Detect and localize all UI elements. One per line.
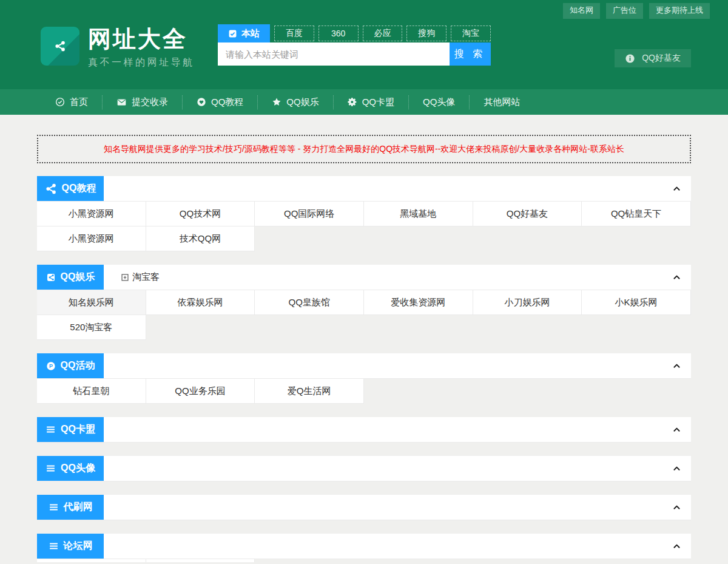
section-title: QQ娱乐	[61, 271, 95, 284]
collapse-button[interactable]	[672, 353, 681, 378]
circle-p-icon: P	[46, 361, 56, 371]
collapse-button[interactable]	[672, 265, 681, 290]
site-link[interactable]: QQ业务乐园	[146, 379, 255, 404]
share-icon	[54, 40, 66, 52]
site-link[interactable]: QQ好基友	[473, 202, 582, 226]
site-link[interactable]: QQ钻皇天下	[582, 202, 691, 226]
site-link[interactable]: 小刀娱乐网	[473, 290, 582, 315]
qq-friend-button[interactable]: QQ好基友	[615, 49, 691, 67]
nav-item-label: QQ头像	[423, 97, 455, 108]
nav-item-submit[interactable]: 提交收录	[102, 95, 182, 109]
search-tab-淘宝[interactable]: 淘宝	[451, 25, 491, 41]
section-header: PQQ活动	[37, 353, 691, 379]
notice-text: 知名导航网提供更多的学习技术/技巧/源码教程等等 - 努力打造全网最好的QQ技术…	[104, 144, 624, 154]
menu-icon	[49, 502, 59, 512]
topbar-link[interactable]: 广告位	[606, 3, 643, 19]
search-tab-本站[interactable]: 本站	[218, 24, 270, 42]
search-tab-必应[interactable]: 必应	[363, 25, 403, 41]
section-header: 代刷网	[37, 495, 691, 520]
nav-item-label: QQ教程	[211, 97, 243, 108]
svg-text:P: P	[49, 363, 53, 369]
site-link[interactable]	[146, 559, 255, 562]
sections-list: QQ教程小黑资源网QQ技术网QQ国际网络黑域基地QQ好基友QQ钻皇天下小黑资源网…	[37, 176, 691, 562]
site-link[interactable]: 小黑资源网	[37, 226, 146, 251]
site-link[interactable]: QQ国际网络	[255, 202, 364, 226]
section-tab-qq-avatar[interactable]: QQ头像	[37, 456, 104, 481]
section-tab-daishua[interactable]: 代刷网	[37, 495, 104, 520]
topbar-link[interactable]: 知名网	[563, 3, 600, 19]
site-link[interactable]: QQ技术网	[146, 202, 255, 226]
topbar-link[interactable]: 更多期待上线	[649, 3, 710, 19]
collapse-button[interactable]	[672, 534, 681, 559]
nav-item-other-sites[interactable]: 其他网站	[469, 95, 534, 109]
navbar: 首页提交收录QQ教程QQ娱乐QQ卡盟QQ头像其他网站	[0, 89, 728, 115]
nav-item-qq-fun[interactable]: QQ娱乐	[257, 95, 332, 109]
nav-item-qq-kamen[interactable]: QQ卡盟	[333, 95, 408, 109]
section-body: 小黑资源网QQ技术网QQ国际网络黑域基地QQ好基友QQ钻皇天下小黑资源网技术QQ…	[37, 202, 691, 251]
search-tab-搜狗[interactable]: 搜狗	[406, 25, 447, 41]
chevron-up-icon	[672, 425, 681, 434]
section-tab-forum[interactable]: 论坛网	[37, 534, 104, 559]
plus-square-icon	[121, 273, 129, 282]
nav-item-qq-avatar[interactable]: QQ头像	[408, 95, 469, 109]
search-input[interactable]	[218, 42, 450, 66]
site-link[interactable]	[37, 559, 146, 562]
site-link[interactable]: 520淘宝客	[37, 315, 146, 340]
section-qq-tutorial: QQ教程小黑资源网QQ技术网QQ国际网络黑域基地QQ好基友QQ钻皇天下小黑资源网…	[37, 176, 691, 251]
nav-item-home[interactable]: 首页	[37, 95, 102, 109]
section-header: QQ教程	[37, 176, 691, 202]
section-tab-qq-activity[interactable]: PQQ活动	[37, 353, 104, 378]
search-tab-百度[interactable]: 百度	[274, 25, 314, 41]
site-link[interactable]: 小黑资源网	[37, 202, 146, 226]
nav-item-qq-tutorial[interactable]: QQ教程	[182, 95, 257, 109]
section-header: QQ娱乐淘宝客	[37, 265, 691, 290]
section-forum: 论坛网	[37, 534, 691, 562]
search-tab-label: 百度	[286, 28, 303, 39]
site-link[interactable]: 黑域基地	[364, 202, 473, 226]
search-tab-label: 本站	[241, 28, 260, 39]
partial-row	[37, 559, 691, 562]
section-tab-qq-kamen[interactable]: QQ卡盟	[37, 417, 104, 442]
site-tagline: 真不一样的网址导航	[88, 56, 195, 69]
section-title: QQ头像	[61, 462, 95, 475]
site-link[interactable]: 爱收集资源网	[364, 290, 473, 315]
chevron-up-icon	[672, 503, 681, 512]
subtab-label: 淘宝客	[132, 271, 160, 283]
search-tab-360[interactable]: 360	[318, 25, 359, 41]
main-content: 知名导航网提供更多的学习技术/技巧/源码教程等等 - 努力打造全网最好的QQ技术…	[37, 115, 691, 562]
nav-item-label: 首页	[70, 97, 88, 108]
nav-item-label: QQ卡盟	[362, 97, 394, 108]
chevron-up-icon	[672, 542, 681, 551]
section-tab-qq-tutorial[interactable]: QQ教程	[37, 176, 104, 201]
site-link[interactable]: 知名娱乐网	[37, 290, 146, 315]
search-engine-tabs: 本站百度360必应搜狗淘宝	[218, 24, 491, 42]
site-link[interactable]: QQ皇族馆	[255, 290, 364, 315]
share-icon	[45, 183, 57, 195]
star-icon	[272, 97, 281, 107]
nav-item-label: QQ娱乐	[286, 97, 318, 108]
chevron-up-icon	[672, 361, 681, 370]
search-button[interactable]: 搜 索	[450, 42, 491, 66]
checkbox-icon	[228, 29, 237, 38]
collapse-button[interactable]	[672, 176, 681, 201]
section-tab-qq-fun[interactable]: QQ娱乐	[37, 265, 104, 290]
section-daishua: 代刷网	[37, 495, 691, 520]
circle-check-icon	[55, 97, 65, 107]
site-link[interactable]: 爱Q生活网	[255, 379, 364, 404]
nav-item-label: 提交收录	[132, 97, 168, 108]
site-link[interactable]: 小K娱乐网	[582, 290, 691, 315]
section-subtab-淘宝客[interactable]: 淘宝客	[121, 265, 160, 290]
site-link[interactable]: 依霖娱乐网	[146, 290, 255, 315]
collapse-button[interactable]	[672, 456, 681, 481]
gear-icon	[348, 97, 357, 107]
collapse-button[interactable]	[672, 417, 681, 442]
site-link[interactable]: 技术QQ网	[146, 226, 255, 251]
search-area: 本站百度360必应搜狗淘宝 搜 索	[218, 24, 491, 66]
section-qq-activity: PQQ活动钻石皇朝QQ业务乐园爱Q生活网	[37, 353, 691, 404]
info-icon	[625, 53, 635, 64]
site-logo-link[interactable]: 网址大全 真不一样的网址导航	[41, 27, 195, 69]
collapse-button[interactable]	[672, 495, 681, 520]
section-qq-avatar: QQ头像	[37, 456, 691, 481]
circle-heart-icon	[197, 97, 206, 107]
site-link[interactable]: 钻石皇朝	[37, 379, 146, 404]
